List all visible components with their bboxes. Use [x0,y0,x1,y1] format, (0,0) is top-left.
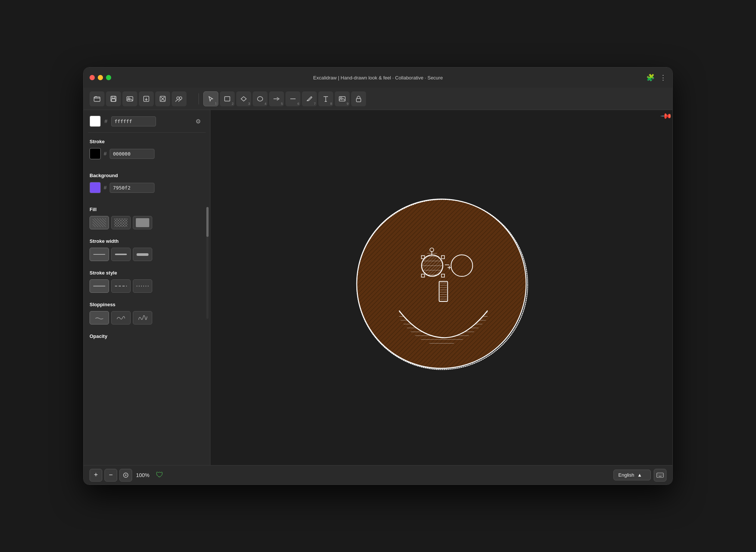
zoom-reset-button[interactable] [119,469,132,482]
menu-icon[interactable]: ⋮ [660,73,666,82]
stroke-label: Stroke [90,139,204,144]
canvas-color-input[interactable] [111,116,156,126]
drawing-canvas-area[interactable]: 📌 [210,110,672,465]
fill-hatch-icon [93,218,106,227]
arrow-tool-num: 5 [281,102,283,106]
stroke-color-swatch[interactable] [90,148,101,159]
svg-point-9 [179,97,182,99]
stroke-dashed-button[interactable] [111,279,131,293]
sloppiness-section: Sloppiness [84,296,210,327]
sloppiness-high-button[interactable] [133,311,152,324]
fill-cross-hatch-icon [114,218,128,227]
stroke-color-row: # [90,148,204,159]
image-tool-num: 9 [347,102,349,106]
svg-rect-3 [112,99,115,101]
diamond-tool[interactable]: 3 [236,91,251,106]
export-button[interactable] [139,91,154,106]
image-tool[interactable]: 9 [335,91,350,106]
canvas-settings-button[interactable]: ⚙ [192,115,204,127]
shield-button[interactable]: 🛡 [153,469,166,482]
text-tool-num: 8 [330,102,332,106]
rectangle-tool-num: 2 [232,102,234,106]
collaborate-button[interactable] [172,91,187,106]
zoom-out-button[interactable]: − [104,469,117,482]
stroke-thin-icon [93,254,105,255]
background-color-input[interactable] [110,183,154,193]
zoom-level: 100% [134,472,151,478]
pencil-tool-num: 7 [314,102,316,106]
canvas-svg[interactable] [210,110,672,465]
line-tool-num: 6 [297,102,299,106]
dash-solid-icon [93,286,105,286]
sidebar: # ⚙ Stroke # Background # [84,110,210,465]
svg-rect-15 [340,97,342,99]
canvas-color-swatch[interactable] [90,116,101,127]
extensions-icon[interactable]: 🧩 [646,73,655,82]
rectangle-tool[interactable]: 2 [220,91,235,106]
stroke-thick-button[interactable] [133,248,152,261]
sloppiness-label: Sloppiness [90,302,204,307]
toolbar-divider [199,93,199,104]
save-button[interactable] [106,91,121,106]
zoom-controls: + − 100% 🛡 [90,469,166,482]
svg-point-20 [357,199,526,368]
text-tool[interactable]: 8 [318,91,333,106]
stroke-thin-button[interactable] [90,248,109,261]
svg-point-8 [177,97,179,99]
main-content: # ⚙ Stroke # Background # [84,110,672,465]
sloppiness-medium-icon [116,314,126,321]
stroke-width-section: Stroke width [84,232,210,264]
sloppiness-options [90,311,204,324]
diamond-tool-num: 3 [248,102,250,106]
background-label: Background [90,173,204,178]
pencil-tool[interactable]: 7 [302,91,317,106]
fill-solid-icon [136,218,149,227]
lock-tool[interactable] [351,91,366,106]
keyboard-button[interactable] [654,469,666,482]
fill-cross-hatch-button[interactable] [111,216,131,229]
fill-options [90,216,204,229]
line-tool[interactable]: 6 [285,91,300,106]
stroke-color-input[interactable] [110,149,154,159]
fill-section: Fill [84,201,210,232]
dash-dashed-icon [115,286,127,286]
sloppiness-medium-button[interactable] [111,311,131,324]
background-section: Background # [84,167,210,201]
maximize-button[interactable] [106,75,111,80]
fill-hatch-button[interactable] [90,216,109,229]
sloppiness-high-icon [137,314,148,321]
canvas-color-row: # ⚙ [84,110,210,132]
stroke-dotted-button[interactable] [133,279,152,293]
sidebar-scrollbar-track[interactable] [206,207,209,319]
window-title: Excalidraw | Hand-drawn look & feel · Co… [313,75,443,81]
select-tool[interactable]: 1 [203,91,218,106]
stroke-medium-button[interactable] [111,248,131,261]
close-button[interactable] [90,75,95,80]
open-button[interactable] [90,91,104,106]
fill-solid-button[interactable] [133,216,152,229]
stroke-medium-icon [115,254,127,255]
sidebar-scrollbar-thumb[interactable] [206,207,209,237]
svg-rect-4 [127,97,133,101]
language-selector[interactable]: English ▲ [613,470,651,480]
bottombar-right: English ▲ [613,469,666,482]
clear-canvas-button[interactable] [155,91,170,106]
ellipse-tool[interactable]: 4 [253,91,268,106]
file-tools [90,91,187,106]
arrow-tool[interactable]: 5 [269,91,284,106]
keyboard-icon [656,473,664,478]
background-color-row: # [90,182,204,193]
sloppiness-low-icon [94,314,104,321]
background-color-swatch[interactable] [90,182,101,193]
stroke-solid-button[interactable] [90,279,109,293]
app-window: Excalidraw | Hand-drawn look & feel · Co… [83,67,673,485]
minimize-button[interactable] [98,75,103,80]
export-image-button[interactable] [122,91,137,106]
opacity-section: Opacity [84,327,210,346]
svg-rect-10 [225,97,230,101]
zoom-reset-icon [122,472,129,479]
zoom-in-button[interactable]: + [90,469,102,482]
bg-hash: # [104,185,107,191]
sloppiness-low-button[interactable] [90,311,109,324]
language-label: English [618,472,634,478]
